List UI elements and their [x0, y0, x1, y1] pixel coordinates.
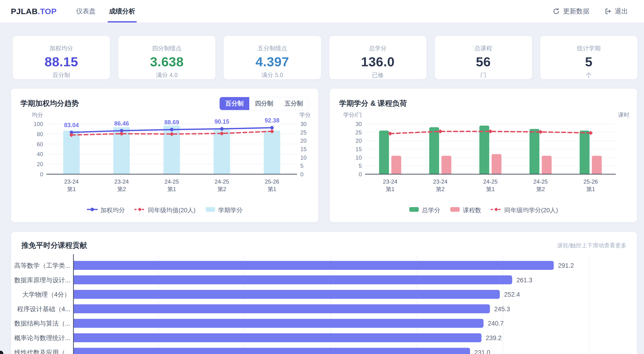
stat-label: 总课程 [435, 44, 532, 52]
logout-button[interactable]: 退出 [604, 7, 628, 16]
stat-card-semesters: 统计学期 5 个 [540, 36, 638, 79]
svg-text:291.2: 291.2 [558, 262, 574, 269]
svg-text:第1: 第1 [167, 186, 176, 192]
svg-text:第1: 第1 [67, 186, 76, 192]
stat-label: 四分制绩点 [118, 44, 215, 52]
stat-card-gpa-5: 五分制绩点 4.397 满分 5.0 [224, 36, 321, 79]
svg-text:92.38: 92.38 [264, 117, 280, 124]
stat-card-gpa-4: 四分制绩点 3.638 满分 4.0 [118, 36, 216, 79]
stat-sub: 已修 [329, 71, 426, 79]
svg-text:均分: 均分 [32, 112, 43, 118]
scale-tab-group: 百分制 四分制 五分制 [219, 97, 309, 110]
legend-label: 同年级均值(20人) [148, 206, 195, 214]
stat-value: 3.638 [118, 54, 215, 69]
legend-marker-icon [86, 206, 98, 214]
svg-text:数据结构与算法（...: 数据结构与算法（... [14, 320, 70, 327]
svg-text:第1: 第1 [486, 186, 495, 192]
svg-text:大学物理（4分）: 大学物理（4分） [22, 291, 70, 298]
legend-marker-icon [205, 206, 216, 214]
logout-icon [604, 8, 612, 15]
svg-text:245.3: 245.3 [494, 306, 510, 313]
svg-text:第1: 第1 [386, 186, 394, 192]
svg-text:第2: 第2 [536, 186, 545, 192]
scale-tab-four-point[interactable]: 四分制 [249, 97, 279, 110]
app-logo: PJLAB.TOP [11, 7, 57, 16]
svg-text:0: 0 [300, 171, 304, 177]
svg-text:学分/门: 学分/门 [343, 112, 362, 118]
load-chart-plot[interactable]: 学分/门课时30252015105023-24第123-24第224-25第12… [330, 110, 638, 204]
legend-marker-icon [490, 206, 502, 214]
svg-text:10: 10 [300, 155, 307, 161]
svg-text:30: 30 [300, 121, 307, 127]
svg-text:240.7: 240.7 [488, 320, 504, 327]
stat-value: 136.0 [329, 54, 426, 69]
scale-tab-percent[interactable]: 百分制 [220, 97, 249, 110]
svg-text:23-24: 23-24 [433, 178, 448, 185]
svg-text:90.15: 90.15 [214, 118, 229, 125]
legend-label: 加权均分 [100, 206, 125, 214]
svg-text:24-25: 24-25 [215, 178, 229, 185]
legend-item[interactable]: 学期学分 [205, 206, 243, 214]
svg-text:83.04: 83.04 [64, 122, 79, 128]
scale-tab-five-point[interactable]: 五分制 [279, 97, 308, 110]
stat-sub: 门 [435, 71, 532, 79]
trend-chart-plot[interactable]: 均分学分10080604020030252015105083.0486.4688… [11, 110, 319, 204]
svg-text:30: 30 [356, 121, 362, 127]
legend-item[interactable]: 加权均分 [86, 206, 125, 214]
stat-card-total-courses: 总课程 56 门 [434, 36, 532, 79]
svg-text:程序设计基础（4...: 程序设计基础（4... [17, 306, 70, 313]
svg-text:24-25: 24-25 [533, 178, 548, 185]
logout-label: 退出 [615, 7, 628, 16]
legend-item[interactable]: 同年级均值(20人) [134, 206, 195, 214]
legend-item[interactable]: 课程数 [450, 206, 481, 214]
svg-text:第2: 第2 [436, 186, 445, 192]
svg-text:学分: 学分 [300, 112, 311, 118]
svg-text:80: 80 [37, 131, 43, 137]
contribution-chart-title: 推免平时分课程贡献 [22, 240, 87, 250]
legend-marker-icon [450, 206, 460, 214]
legend-item[interactable]: 同年级均学分(20人) [490, 206, 558, 214]
stat-value: 4.397 [224, 54, 321, 69]
trend-chart-title: 学期加权均分趋势 [20, 99, 79, 108]
refresh-icon [553, 8, 560, 15]
svg-text:25-26: 25-26 [584, 178, 598, 185]
legend-item[interactable]: 总学分 [408, 206, 440, 214]
contribution-chart-plot[interactable]: 高等数学（工学类...291.2数据库原理与设计...261.3大学物理（4分）… [11, 253, 638, 354]
stats-row: 加权均分 88.15 百分制 四分制绩点 3.638 满分 4.0 五分制绩点 … [0, 23, 644, 79]
nav-tab-grade-analysis[interactable]: 成绩分析 [102, 0, 142, 22]
svg-text:23-24: 23-24 [383, 178, 397, 185]
trend-chart-card: 学期加权均分趋势 百分制 四分制 五分制 均分学分100806040200302… [11, 88, 318, 222]
svg-text:25-26: 25-26 [265, 178, 279, 185]
stat-card-total-credits: 总学分 136.0 已修 [329, 36, 427, 79]
svg-text:线性代数及应用（...: 线性代数及应用（... [14, 349, 70, 354]
svg-text:24-25: 24-25 [164, 178, 179, 185]
svg-text:高等数学（工学类...: 高等数学（工学类... [14, 262, 70, 269]
legend-label: 课程数 [463, 206, 481, 214]
svg-text:20: 20 [356, 138, 362, 144]
logo-primary: PJLAB [11, 7, 38, 16]
legend-marker-icon [134, 206, 146, 214]
legend-label: 同年级均学分(20人) [504, 206, 558, 214]
svg-text:23-24: 23-24 [114, 178, 129, 185]
stat-value: 56 [435, 54, 532, 69]
svg-text:40: 40 [37, 151, 43, 157]
svg-text:10: 10 [356, 155, 362, 161]
nav-tab-dashboard[interactable]: 仪表盘 [70, 0, 102, 22]
trend-chart-legend: 加权均分同年级均值(20人)学期学分 [11, 206, 318, 214]
svg-text:第1: 第1 [268, 186, 276, 192]
svg-text:0: 0 [359, 171, 362, 177]
svg-text:5: 5 [300, 163, 304, 169]
legend-marker-icon [408, 206, 420, 214]
stat-sub: 个 [540, 71, 638, 79]
legend-label: 总学分 [422, 206, 440, 214]
load-chart-card: 学期学分 & 课程负荷 学分/门课时30252015105023-24第123-… [330, 88, 637, 222]
contribution-chart-card: 推免平时分课程贡献 滚轮/触控上下滑动查看更多 高等数学（工学类...291.2… [11, 232, 637, 354]
svg-text:课时: 课时 [618, 112, 630, 118]
refresh-data-button[interactable]: 更新数据 [553, 7, 590, 16]
refresh-label: 更新数据 [563, 7, 590, 16]
stat-card-weighted-average: 加权均分 88.15 百分制 [12, 36, 110, 79]
stat-sub: 满分 4.0 [118, 71, 215, 79]
svg-text:86.46: 86.46 [114, 120, 129, 127]
stat-label: 五分制绩点 [224, 44, 321, 52]
stat-sub: 百分制 [13, 71, 110, 79]
